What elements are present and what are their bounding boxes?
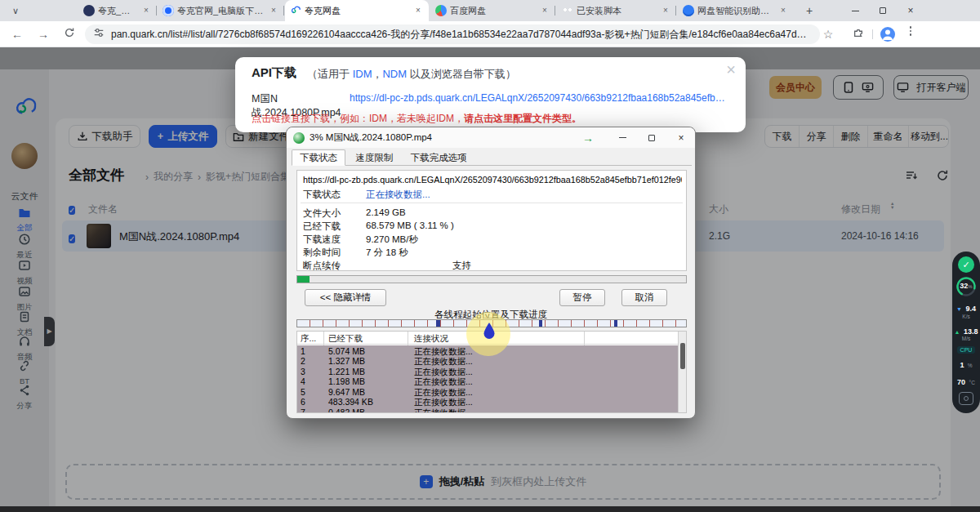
tab-installed-scripts[interactable]: 已安装脚本 ×	[557, 0, 676, 21]
tab-quark-official[interactable]: 夸克官网_电脑版下载_你的 ×	[158, 0, 284, 21]
cpu-usage: 1 %	[960, 357, 972, 371]
api-download-modal: API下载 （适用于 IDM，NDM 以及浏览器自带下载） × M国N战.202…	[235, 57, 746, 132]
field-label: 已经下载	[303, 220, 341, 233]
bookmark-star-icon[interactable]: ☆	[819, 26, 837, 42]
mouse-cursor	[482, 322, 497, 340]
thread-row[interactable]: 6483.394 KB正在接收数据...	[297, 397, 679, 407]
idm-minimize-button[interactable]	[608, 127, 636, 148]
field-label: 下载状态	[303, 189, 341, 201]
field-value: 2.149 GB	[366, 207, 406, 217]
thread-row[interactable]: 59.647 MB正在接收数据...	[297, 386, 679, 397]
tab-title: 百度网盘	[450, 5, 536, 17]
download-speed: ▼ 9.4 K/s	[956, 301, 976, 320]
tab-close-icon[interactable]: ×	[412, 5, 424, 16]
window-maximize-button[interactable]	[871, 0, 895, 21]
thread-row[interactable]: 31.221 MB正在接收数据...	[297, 366, 679, 376]
browser-window: ∨ 夸克_百度搜索 × 夸克官网_电脑版下载_你的 × 夸克网盘 × 百度网盘 …	[0, 0, 980, 512]
hide-details-button[interactable]: << 隐藏详情	[305, 289, 386, 306]
idm-close-button[interactable]: ×	[667, 127, 695, 148]
ndm-link[interactable]: NDM	[382, 68, 407, 80]
scrollbar-thumb[interactable]	[680, 343, 685, 369]
col-status[interactable]: 连接状况	[414, 333, 448, 345]
tab-title: 网盘智能识别助手 | 油小猴	[697, 5, 774, 17]
tab-download-status[interactable]: 下载状态	[292, 149, 345, 166]
idm-download-dialog: 3% M国N战.2024.1080P.mp4 → × 下载状态 速度限制 下载完…	[286, 127, 696, 419]
forward-button[interactable]: →	[34, 26, 52, 42]
tab-bar: ∨ 夸克_百度搜索 × 夸克官网_电脑版下载_你的 × 夸克网盘 × 百度网盘 …	[0, 0, 980, 21]
chrome-menu-icon[interactable]	[902, 26, 920, 42]
field-label: 断点续传	[303, 260, 341, 272]
configure-link[interactable]: 请点击这里配置文件类型。	[464, 113, 581, 124]
down-arrow-icon: ▼	[956, 306, 962, 312]
up-arrow-icon: ▲	[955, 329, 960, 335]
monkey-helper-favicon	[683, 5, 694, 16]
screenshot-camera-icon[interactable]	[959, 392, 973, 405]
thread-mark	[436, 320, 440, 327]
tab-close-icon[interactable]: ×	[777, 5, 789, 16]
field-label: 剩余时间	[303, 247, 341, 259]
field-value: 支持	[452, 260, 471, 272]
tab-pan-helper[interactable]: 网盘智能识别助手 | 油小猴 ×	[678, 0, 794, 21]
quark-official-favicon	[163, 5, 174, 16]
tampermonkey-favicon	[562, 5, 573, 16]
tab-close-icon[interactable]: ×	[660, 5, 671, 16]
window-minimize-button[interactable]	[843, 0, 867, 21]
window-close-button[interactable]: ×	[898, 0, 923, 21]
site-settings-icon[interactable]	[93, 27, 105, 42]
thread-mark	[539, 320, 542, 327]
upload-speed: ▲ 13.8 M/s	[955, 323, 978, 343]
table-scrollbar[interactable]	[678, 332, 686, 413]
idm-window-title: 3% M国N战.2024.1080P.mp4	[310, 131, 432, 144]
field-label: 下载速度	[303, 234, 341, 246]
tab-close-icon[interactable]: ×	[539, 5, 550, 16]
tab-title: 夸克官网_电脑版下载_你的	[177, 5, 265, 17]
system-monitor-widget[interactable]: ✓ 32% ▼ 9.4 K/s ▲ 13.8 M/s CPU 1 % 70 °C	[952, 252, 980, 413]
tab-quark-pan-active[interactable]: 夸克网盘 ×	[285, 0, 429, 21]
api-modal-subtitle: （适用于 IDM，NDM 以及浏览器自带下载）	[307, 67, 516, 82]
tab-quark-baidu-search[interactable]: 夸克_百度搜索 ×	[78, 0, 157, 21]
idm-status-box: https://dl-pc-zb.pds.quark.cn/LEGALqnX/2…	[296, 170, 687, 271]
tab-speed-limit[interactable]: 速度限制	[348, 150, 400, 167]
quark-cloud-favicon	[290, 5, 301, 16]
tab-on-complete[interactable]: 下载完成选项	[403, 150, 474, 167]
extensions-icon[interactable]	[849, 26, 867, 42]
api-modal-title: API下载	[252, 65, 296, 81]
col-downloaded[interactable]: 已经下载	[328, 333, 363, 345]
baidu-pan-favicon	[435, 5, 447, 16]
idm-drop-arrow-icon: →	[574, 127, 602, 148]
pause-button[interactable]: 暂停	[559, 289, 605, 306]
tab-close-icon[interactable]: ×	[140, 5, 152, 16]
profile-avatar-icon[interactable]	[879, 27, 897, 43]
thread-row[interactable]: 21.327 MB正在接收数据...	[297, 356, 679, 367]
security-shield-icon: ✓	[958, 256, 974, 273]
url-text: pan.quark.cn/list#/list/all/7276cb8f6857…	[111, 28, 812, 42]
modal-close-icon[interactable]: ×	[726, 60, 736, 79]
field-label: 文件大小	[303, 207, 341, 220]
cancel-button[interactable]: 取消	[621, 289, 667, 306]
usage-gauge: 32%	[956, 276, 977, 297]
tab-close-icon[interactable]: ×	[268, 5, 279, 16]
field-value: 68.579 MB ( 3.11 % )	[366, 220, 454, 230]
idm-link[interactable]: IDM	[353, 68, 372, 80]
field-value: 9.270 MB/秒	[366, 234, 418, 246]
tab-search-chevron-icon[interactable]: ∨	[7, 2, 24, 19]
idm-maximize-button[interactable]	[638, 127, 666, 148]
api-hint-text: 点击链接直接下载，例如：IDM，若未唤起IDM，请点击这里配置文件类型。	[252, 112, 581, 126]
idm-app-icon	[293, 132, 305, 144]
address-bar: ← → pan.quark.cn/list#/list/all/7276cb8f…	[0, 21, 980, 47]
tab-title: 已安装脚本	[577, 5, 657, 17]
thread-row[interactable]: 70.482 MB正在接收数据	[297, 407, 679, 413]
back-button[interactable]: ←	[8, 26, 26, 42]
maximize-icon	[880, 7, 886, 14]
url-omnibox[interactable]: pan.quark.cn/list#/list/all/7276cb8f6857…	[85, 24, 820, 44]
idm-progress-fill	[297, 276, 310, 283]
tab-title: 夸克_百度搜索	[98, 5, 137, 17]
thread-row[interactable]: 41.198 MB正在接收数据...	[297, 376, 679, 387]
new-tab-button[interactable]: +	[800, 2, 818, 19]
divider	[872, 29, 873, 39]
tab-baidu-pan[interactable]: 百度网盘 ×	[430, 0, 555, 21]
col-no[interactable]: 序...	[301, 333, 316, 345]
reload-button[interactable]	[60, 26, 78, 42]
api-download-link[interactable]: https://dl-pc-zb.pds.quark.cn/LEGALqnX/2…	[350, 92, 729, 104]
minimize-icon	[852, 11, 859, 11]
